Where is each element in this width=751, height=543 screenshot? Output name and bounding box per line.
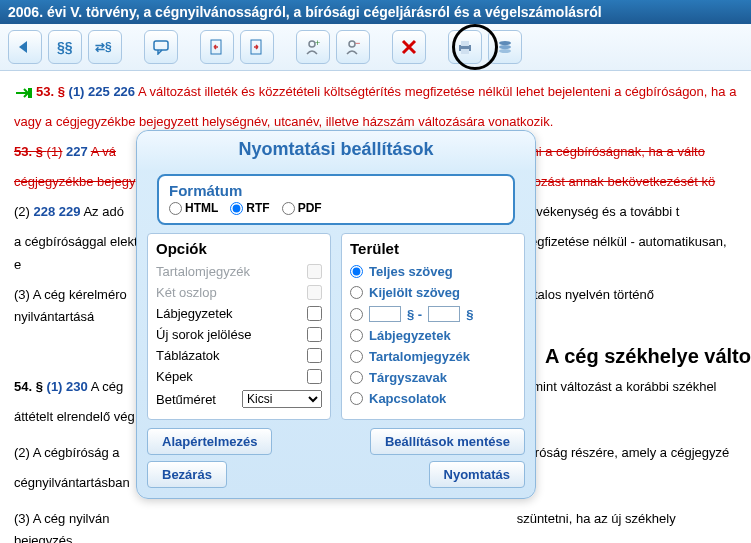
svg-text:+: + xyxy=(315,38,320,48)
print-settings-dialog: Nyomtatási beállítások Formátum HTML RTF… xyxy=(136,130,536,499)
area-footnotes[interactable]: Lábjegyzetek xyxy=(350,325,516,346)
x-icon xyxy=(401,39,417,55)
opt-toc-checkbox xyxy=(307,264,322,279)
law-icon-button[interactable]: §§ xyxy=(48,30,82,64)
zoom-in-button[interactable]: + xyxy=(296,30,330,64)
area-range[interactable]: § - § xyxy=(350,303,516,325)
svg-text:−: − xyxy=(355,38,360,48)
link-paragraph-icon: ⇄§ xyxy=(95,38,115,56)
defaults-button[interactable]: Alapértelmezés xyxy=(147,428,272,455)
pointer-arrow-icon xyxy=(14,85,36,101)
svg-text:⇄§: ⇄§ xyxy=(95,40,112,54)
area-links[interactable]: Kapcsolatok xyxy=(350,388,516,409)
format-html[interactable]: HTML xyxy=(169,201,218,215)
opt-images-checkbox[interactable] xyxy=(307,369,322,384)
fontsize-select[interactable]: Kicsi xyxy=(242,390,322,408)
svg-point-13 xyxy=(499,45,511,49)
area-panel: Terület Teljes szöveg Kijelölt szöveg § … xyxy=(341,233,525,420)
person-plus-icon: + xyxy=(304,38,322,56)
svg-rect-15 xyxy=(28,88,32,98)
svg-rect-10 xyxy=(461,41,469,46)
area-toc[interactable]: Tartalomjegyzék xyxy=(350,346,516,367)
opt-footnotes-checkbox[interactable] xyxy=(307,306,322,321)
range-from-input[interactable] xyxy=(369,306,401,322)
printer-icon xyxy=(456,38,474,56)
disk-stack-icon xyxy=(496,38,514,56)
print-button[interactable] xyxy=(448,30,482,64)
export-button[interactable] xyxy=(488,30,522,64)
paragraph-icon: §§ xyxy=(55,38,75,56)
back-button[interactable] xyxy=(8,30,42,64)
range-to-input[interactable] xyxy=(428,306,460,322)
opt-newlines-checkbox[interactable] xyxy=(307,327,322,342)
related-button[interactable]: ⇄§ xyxy=(88,30,122,64)
speech-bubble-icon xyxy=(152,39,170,55)
zoom-out-button[interactable]: − xyxy=(336,30,370,64)
arrow-left-icon xyxy=(15,39,35,55)
doc-right-icon xyxy=(248,38,266,56)
format-pdf[interactable]: PDF xyxy=(282,201,322,215)
options-panel: Opciók Tartalomjegyzék Két oszlop Lábjeg… xyxy=(147,233,331,420)
svg-point-12 xyxy=(499,41,511,45)
window-title: 2006. évi V. törvény, a cégnyilvánosságr… xyxy=(0,0,751,24)
area-selection[interactable]: Kijelölt szöveg xyxy=(350,282,516,303)
area-full[interactable]: Teljes szöveg xyxy=(350,261,516,282)
person-minus-icon: − xyxy=(344,38,362,56)
opt-tables-checkbox[interactable] xyxy=(307,348,322,363)
dialog-title: Nyomtatási beállítások xyxy=(137,131,535,170)
opt-twocol-checkbox xyxy=(307,285,322,300)
svg-rect-11 xyxy=(461,49,469,54)
save-settings-button[interactable]: Beállítások mentése xyxy=(370,428,525,455)
section-heading: A cég székhelye válto xyxy=(539,339,751,373)
comment-button[interactable] xyxy=(144,30,178,64)
format-rtf[interactable]: RTF xyxy=(230,201,269,215)
print-action-button[interactable]: Nyomtatás xyxy=(429,461,525,488)
area-keywords[interactable]: Tárgyszavak xyxy=(350,367,516,388)
svg-text:§§: §§ xyxy=(57,39,73,55)
format-group: Formátum HTML RTF PDF xyxy=(157,174,515,225)
doc-next-button[interactable] xyxy=(240,30,274,64)
delete-button[interactable] xyxy=(392,30,426,64)
close-button[interactable]: Bezárás xyxy=(147,461,227,488)
toolbar: §§ ⇄§ + − xyxy=(0,24,751,71)
doc-left-icon xyxy=(208,38,226,56)
doc-prev-button[interactable] xyxy=(200,30,234,64)
svg-point-14 xyxy=(499,49,511,53)
svg-rect-2 xyxy=(154,41,168,50)
